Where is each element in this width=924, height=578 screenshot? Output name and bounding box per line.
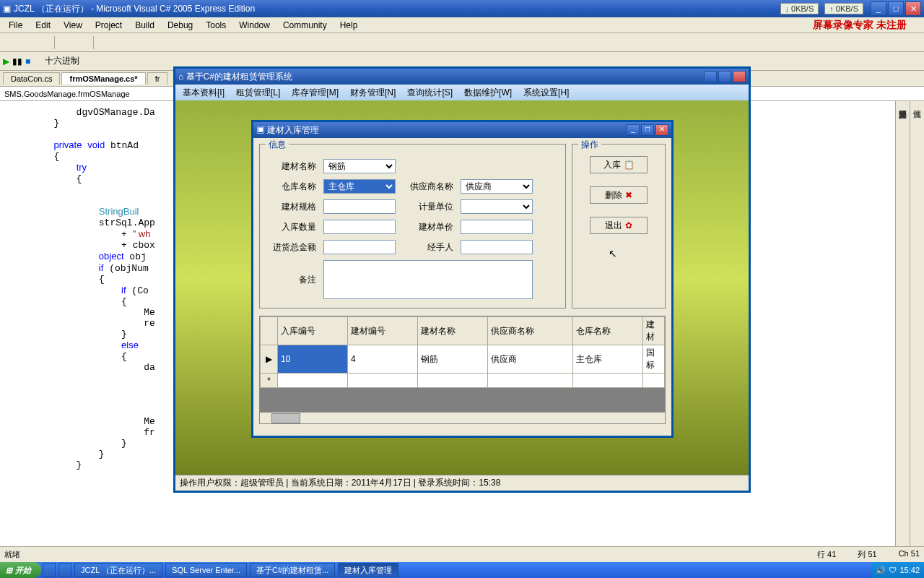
- app-menubar: 基本资料[I] 租赁管理[L] 库存管理[M] 财务管理[N] 查询统计[S] …: [175, 85, 749, 100]
- grid-new-row[interactable]: *: [261, 374, 665, 388]
- label-price: 建材单价: [403, 221, 453, 233]
- close-button[interactable]: ✕: [905, 1, 921, 16]
- cell-supplier[interactable]: 供应商: [488, 345, 573, 374]
- task-item-jczl[interactable]: JCZL （正在运行）...: [74, 563, 162, 577]
- tab-datacon[interactable]: DataCon.cs: [3, 72, 60, 85]
- vs-toolbar-main: [0, 33, 924, 52]
- stock-grid[interactable]: 入库编号 建材编号 建材名称 供应商名称 仓库名称 建材 ▶ 10 4 钢筋 供…: [259, 316, 666, 424]
- grid-col-ext[interactable]: 建材: [643, 317, 665, 345]
- cell-inno[interactable]: 10: [278, 345, 348, 374]
- cell-ext[interactable]: 国标: [643, 345, 665, 374]
- menu-build[interactable]: Build: [129, 19, 160, 32]
- toolbar-button[interactable]: [19, 35, 34, 50]
- menu-tools[interactable]: Tools: [200, 19, 232, 32]
- task-item-rentalapp[interactable]: 基于C#的建材租赁...: [250, 563, 335, 577]
- price-input[interactable]: [461, 220, 533, 234]
- stock-in-button[interactable]: 入库📋: [590, 156, 648, 173]
- run-button[interactable]: ▶: [3, 56, 9, 66]
- toolbar-button[interactable]: [3, 35, 17, 50]
- task-item-sqlserver[interactable]: SQL Server Enter...: [165, 563, 247, 577]
- pause-button[interactable]: ▮▮: [12, 56, 22, 66]
- grid-col-supplier[interactable]: 供应商名称: [488, 317, 573, 345]
- label-unit: 计量单位: [403, 201, 453, 213]
- grid-col-matname[interactable]: 建材名称: [418, 317, 488, 345]
- app-menu-basic[interactable]: 基本资料[I]: [178, 85, 229, 100]
- cell-matno[interactable]: 4: [348, 345, 418, 374]
- dlg-maximize-button[interactable]: □: [641, 124, 654, 136]
- toolbar-button[interactable]: [131, 35, 145, 50]
- label-qty: 入库数量: [266, 221, 316, 233]
- label-spec: 建材规格: [266, 201, 316, 213]
- menu-project[interactable]: Project: [90, 19, 128, 32]
- app-menu-rental[interactable]: 租赁管理[L]: [232, 85, 284, 100]
- cell-matname[interactable]: 钢筋: [418, 345, 488, 374]
- status-line: 行 41: [817, 549, 836, 560]
- grid-col-matno[interactable]: 建材编号: [348, 317, 418, 345]
- toolbar-button[interactable]: [58, 35, 73, 50]
- toolbar-button[interactable]: [97, 35, 112, 50]
- menu-community[interactable]: Community: [277, 19, 333, 32]
- app-menu-query[interactable]: 查询统计[S]: [403, 85, 457, 100]
- app-title: 基于C#的建材租赁管理系统: [186, 72, 292, 82]
- new-row-icon: *: [261, 374, 278, 388]
- menu-view[interactable]: View: [58, 19, 88, 32]
- minimize-button[interactable]: _: [871, 1, 886, 16]
- tray-icon[interactable]: 🛡: [889, 566, 897, 574]
- label-warehouse: 仓库名称: [266, 181, 316, 193]
- menu-file[interactable]: File: [3, 19, 28, 32]
- cell-warehouse[interactable]: 主仓库: [572, 345, 642, 374]
- menu-window[interactable]: Window: [233, 19, 276, 32]
- supplier-select[interactable]: 供应商: [461, 179, 533, 194]
- warehouse-select[interactable]: 主仓库: [323, 179, 396, 194]
- toolbar-button[interactable]: [75, 35, 90, 50]
- total-input[interactable]: [323, 240, 396, 254]
- tab-frmosmanage[interactable]: frmOSManage.cs*: [61, 72, 145, 85]
- maximize-button[interactable]: □: [888, 1, 904, 16]
- menu-help[interactable]: Help: [334, 19, 364, 32]
- app-maximize-button[interactable]: [718, 71, 731, 82]
- system-tray[interactable]: 🔊 🛡 15:42: [871, 562, 924, 578]
- label-material-name: 建材名称: [266, 160, 316, 173]
- stop-button[interactable]: ■: [25, 56, 30, 66]
- start-button[interactable]: ⊞开始: [0, 562, 41, 578]
- quicklaunch-item[interactable]: [43, 563, 56, 577]
- status-ready: 就绪: [4, 549, 20, 560]
- app-minimize-button[interactable]: [704, 71, 717, 82]
- tray-icon[interactable]: 🔊: [876, 566, 886, 575]
- properties-tab[interactable]: 属性: [910, 101, 924, 546]
- toolbar-button[interactable]: [36, 35, 51, 50]
- dlg-minimize-button[interactable]: _: [627, 124, 640, 136]
- grid-col-warehouse[interactable]: 仓库名称: [572, 317, 642, 345]
- remark-textarea[interactable]: [323, 260, 533, 299]
- delete-button[interactable]: 删除✖: [590, 186, 648, 204]
- crumb-text: SMS.GoodsManage.frmOSManage: [4, 90, 130, 98]
- dlg-close-button[interactable]: ✕: [655, 124, 668, 136]
- dlg-title: 建材入库管理: [267, 125, 319, 135]
- taskbar: ⊞开始 JCZL （正在运行）... SQL Server Enter... 基…: [0, 562, 924, 578]
- menu-edit[interactable]: Edit: [30, 19, 56, 32]
- app-close-button[interactable]: [733, 71, 746, 82]
- grid-rowhdr-col: [261, 317, 278, 345]
- qty-input[interactable]: [323, 220, 396, 234]
- unit-select[interactable]: [461, 199, 533, 214]
- handler-input[interactable]: [461, 240, 533, 254]
- toolbar-button[interactable]: [114, 35, 128, 50]
- row-indicator-icon: ▶: [261, 345, 278, 374]
- app-menu-data[interactable]: 数据维护[W]: [460, 85, 516, 100]
- solution-explorer-tab[interactable]: 解决方案资源管理器: [895, 101, 910, 546]
- task-item-stockin[interactable]: 建材入库管理: [338, 563, 398, 577]
- grid-hscrollbar[interactable]: [260, 412, 665, 423]
- vs-status-bar: 就绪 行 41 列 51 Ch 51: [0, 546, 924, 562]
- grid-row[interactable]: ▶ 10 4 钢筋 供应商 主仓库 国标: [261, 345, 665, 374]
- grid-col-inno[interactable]: 入库编号: [278, 317, 348, 345]
- material-name-select[interactable]: 钢筋: [323, 159, 396, 173]
- quicklaunch-item[interactable]: [58, 563, 71, 577]
- scrollbar-thumb[interactable]: [271, 413, 300, 423]
- app-menu-stock[interactable]: 库存管理[M]: [287, 85, 343, 100]
- tab-other[interactable]: fr: [147, 72, 168, 85]
- exit-button[interactable]: 退出✿: [590, 217, 648, 234]
- spec-input[interactable]: [323, 199, 396, 214]
- app-menu-system[interactable]: 系统设置[H]: [519, 85, 573, 100]
- menu-debug[interactable]: Debug: [162, 19, 199, 32]
- app-menu-finance[interactable]: 财务管理[N]: [346, 85, 400, 100]
